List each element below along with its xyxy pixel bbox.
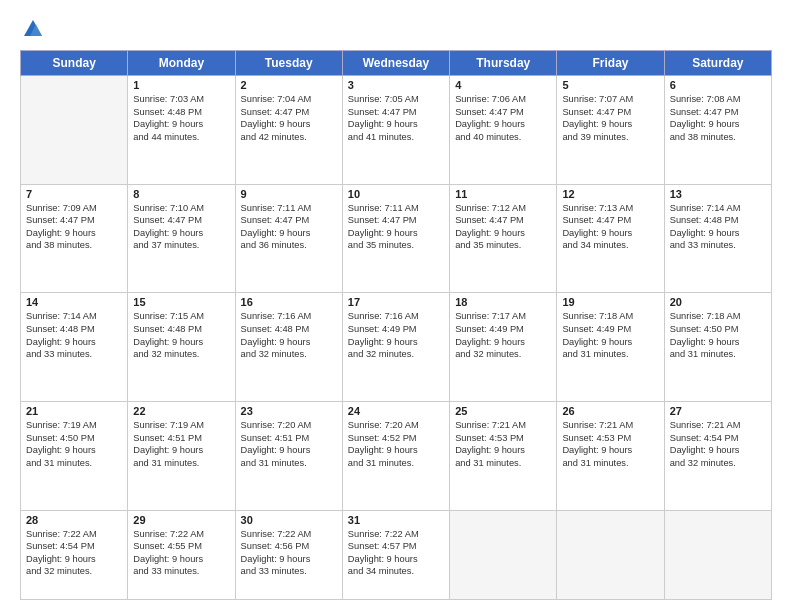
day-number: 1 (133, 79, 229, 91)
week-row-3: 14Sunrise: 7:14 AMSunset: 4:48 PMDayligh… (21, 293, 772, 402)
daylight-line1: Daylight: 9 hours (670, 444, 766, 457)
calendar-cell: 9Sunrise: 7:11 AMSunset: 4:47 PMDaylight… (235, 184, 342, 293)
day-number: 16 (241, 296, 337, 308)
daylight-line2: and 33 minutes. (670, 239, 766, 252)
sunrise-text: Sunrise: 7:10 AM (133, 202, 229, 215)
calendar-cell: 31Sunrise: 7:22 AMSunset: 4:57 PMDayligh… (342, 510, 449, 599)
daylight-line2: and 41 minutes. (348, 131, 444, 144)
daylight-line2: and 32 minutes. (26, 565, 122, 578)
sunset-text: Sunset: 4:48 PM (26, 323, 122, 336)
calendar-cell: 22Sunrise: 7:19 AMSunset: 4:51 PMDayligh… (128, 402, 235, 511)
daylight-line2: and 34 minutes. (348, 565, 444, 578)
calendar-cell: 27Sunrise: 7:21 AMSunset: 4:54 PMDayligh… (664, 402, 771, 511)
daylight-line2: and 39 minutes. (562, 131, 658, 144)
week-row-5: 28Sunrise: 7:22 AMSunset: 4:54 PMDayligh… (21, 510, 772, 599)
daylight-line2: and 35 minutes. (348, 239, 444, 252)
daylight-line1: Daylight: 9 hours (562, 336, 658, 349)
daylight-line2: and 35 minutes. (455, 239, 551, 252)
day-number: 28 (26, 514, 122, 526)
calendar-cell: 21Sunrise: 7:19 AMSunset: 4:50 PMDayligh… (21, 402, 128, 511)
sunrise-text: Sunrise: 7:05 AM (348, 93, 444, 106)
calendar-cell: 3Sunrise: 7:05 AMSunset: 4:47 PMDaylight… (342, 76, 449, 185)
sunset-text: Sunset: 4:47 PM (562, 106, 658, 119)
sunrise-text: Sunrise: 7:18 AM (562, 310, 658, 323)
day-number: 7 (26, 188, 122, 200)
logo-icon (22, 18, 44, 40)
sunset-text: Sunset: 4:49 PM (562, 323, 658, 336)
daylight-line1: Daylight: 9 hours (670, 227, 766, 240)
calendar-cell: 26Sunrise: 7:21 AMSunset: 4:53 PMDayligh… (557, 402, 664, 511)
calendar-cell: 15Sunrise: 7:15 AMSunset: 4:48 PMDayligh… (128, 293, 235, 402)
day-header-thursday: Thursday (450, 51, 557, 76)
day-number: 19 (562, 296, 658, 308)
daylight-line1: Daylight: 9 hours (348, 336, 444, 349)
daylight-line1: Daylight: 9 hours (562, 444, 658, 457)
daylight-line1: Daylight: 9 hours (241, 336, 337, 349)
sunrise-text: Sunrise: 7:21 AM (670, 419, 766, 432)
calendar-cell: 20Sunrise: 7:18 AMSunset: 4:50 PMDayligh… (664, 293, 771, 402)
sunrise-text: Sunrise: 7:07 AM (562, 93, 658, 106)
sunset-text: Sunset: 4:51 PM (133, 432, 229, 445)
calendar-cell: 11Sunrise: 7:12 AMSunset: 4:47 PMDayligh… (450, 184, 557, 293)
daylight-line2: and 31 minutes. (455, 457, 551, 470)
daylight-line2: and 31 minutes. (241, 457, 337, 470)
day-number: 12 (562, 188, 658, 200)
sunset-text: Sunset: 4:47 PM (348, 214, 444, 227)
day-number: 22 (133, 405, 229, 417)
sunset-text: Sunset: 4:47 PM (670, 106, 766, 119)
day-number: 30 (241, 514, 337, 526)
calendar-cell (21, 76, 128, 185)
day-header-tuesday: Tuesday (235, 51, 342, 76)
sunrise-text: Sunrise: 7:11 AM (348, 202, 444, 215)
sunrise-text: Sunrise: 7:15 AM (133, 310, 229, 323)
daylight-line1: Daylight: 9 hours (26, 553, 122, 566)
sunrise-text: Sunrise: 7:03 AM (133, 93, 229, 106)
day-number: 2 (241, 79, 337, 91)
calendar-cell: 10Sunrise: 7:11 AMSunset: 4:47 PMDayligh… (342, 184, 449, 293)
calendar-cell (450, 510, 557, 599)
day-number: 4 (455, 79, 551, 91)
sunrise-text: Sunrise: 7:16 AM (348, 310, 444, 323)
sunrise-text: Sunrise: 7:06 AM (455, 93, 551, 106)
day-number: 25 (455, 405, 551, 417)
daylight-line2: and 33 minutes. (26, 348, 122, 361)
daylight-line1: Daylight: 9 hours (455, 444, 551, 457)
calendar-cell: 12Sunrise: 7:13 AMSunset: 4:47 PMDayligh… (557, 184, 664, 293)
sunset-text: Sunset: 4:47 PM (348, 106, 444, 119)
calendar-cell: 4Sunrise: 7:06 AMSunset: 4:47 PMDaylight… (450, 76, 557, 185)
calendar-cell: 28Sunrise: 7:22 AMSunset: 4:54 PMDayligh… (21, 510, 128, 599)
calendar-cell: 30Sunrise: 7:22 AMSunset: 4:56 PMDayligh… (235, 510, 342, 599)
daylight-line1: Daylight: 9 hours (241, 118, 337, 131)
day-number: 14 (26, 296, 122, 308)
daylight-line1: Daylight: 9 hours (26, 444, 122, 457)
day-header-wednesday: Wednesday (342, 51, 449, 76)
logo (20, 18, 44, 40)
daylight-line1: Daylight: 9 hours (562, 118, 658, 131)
daylight-line1: Daylight: 9 hours (241, 227, 337, 240)
sunset-text: Sunset: 4:47 PM (133, 214, 229, 227)
sunrise-text: Sunrise: 7:13 AM (562, 202, 658, 215)
daylight-line2: and 34 minutes. (562, 239, 658, 252)
sunrise-text: Sunrise: 7:20 AM (348, 419, 444, 432)
calendar-cell: 25Sunrise: 7:21 AMSunset: 4:53 PMDayligh… (450, 402, 557, 511)
sunrise-text: Sunrise: 7:08 AM (670, 93, 766, 106)
calendar-cell: 5Sunrise: 7:07 AMSunset: 4:47 PMDaylight… (557, 76, 664, 185)
daylight-line2: and 32 minutes. (348, 348, 444, 361)
daylight-line2: and 32 minutes. (241, 348, 337, 361)
sunset-text: Sunset: 4:54 PM (26, 540, 122, 553)
sunset-text: Sunset: 4:52 PM (348, 432, 444, 445)
sunset-text: Sunset: 4:47 PM (241, 214, 337, 227)
daylight-line2: and 32 minutes. (455, 348, 551, 361)
sunset-text: Sunset: 4:49 PM (455, 323, 551, 336)
daylight-line2: and 44 minutes. (133, 131, 229, 144)
daylight-line1: Daylight: 9 hours (133, 118, 229, 131)
daylight-line2: and 36 minutes. (241, 239, 337, 252)
day-number: 9 (241, 188, 337, 200)
daylight-line1: Daylight: 9 hours (348, 444, 444, 457)
calendar-cell: 24Sunrise: 7:20 AMSunset: 4:52 PMDayligh… (342, 402, 449, 511)
daylight-line2: and 31 minutes. (26, 457, 122, 470)
daylight-line1: Daylight: 9 hours (241, 553, 337, 566)
day-header-saturday: Saturday (664, 51, 771, 76)
sunrise-text: Sunrise: 7:20 AM (241, 419, 337, 432)
day-number: 27 (670, 405, 766, 417)
